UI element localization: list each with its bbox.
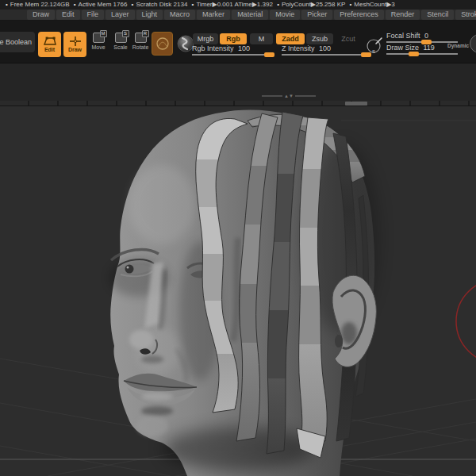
ear <box>332 275 376 367</box>
focal-shift-label: Focal Shift <box>386 32 420 40</box>
bullet: • <box>192 1 194 8</box>
stroke-icon: S <box>365 36 386 56</box>
right-shelf-partial-icon[interactable] <box>470 34 476 53</box>
rotate-icon: R <box>135 33 147 43</box>
scale-button[interactable]: S Scale <box>110 33 131 58</box>
menu-macro[interactable]: Macro <box>164 10 195 20</box>
menu-marker[interactable]: Marker <box>197 10 230 20</box>
document-viewport[interactable] <box>0 107 476 476</box>
menu-light[interactable]: Light <box>136 10 163 20</box>
live-boolean-label: Live Boolean <box>0 38 32 46</box>
status-timer: Timer▶0.001 ATime▶1.392 <box>196 1 273 8</box>
move-label: Move <box>91 44 105 50</box>
draw-label: Draw <box>68 47 82 52</box>
zsub-button[interactable]: Zsub <box>306 33 333 44</box>
top-shelf: Live Boolean Edit Draw M Move S Scale R <box>0 21 476 63</box>
move-button[interactable]: M Move <box>88 33 109 58</box>
z-intensity-label: Z Intensity <box>282 44 315 52</box>
z-intensity-track[interactable] <box>282 54 371 56</box>
sculpt-canvas[interactable] <box>0 107 476 476</box>
draw-size-value: 119 <box>424 44 435 52</box>
rotate-key-badge: R <box>142 30 149 37</box>
m-button[interactable]: M <box>250 33 273 44</box>
menu-render[interactable]: Render <box>386 10 420 20</box>
scale-key-badge: S <box>122 30 129 37</box>
timeline-strip[interactable] <box>0 101 476 106</box>
move-icon: M <box>93 33 105 43</box>
status-polycount: PolyCount▶25.258 KP <box>282 1 345 8</box>
draw-button[interactable]: Draw <box>63 32 86 57</box>
menu-movie[interactable]: Movie <box>270 10 300 20</box>
texture-circle-icon <box>155 36 170 51</box>
z-intensity-slider[interactable]: Z Intensity 100 <box>282 44 371 56</box>
menu-edit[interactable]: Edit <box>56 10 80 20</box>
menu-picker[interactable]: Picker <box>301 10 332 20</box>
draw-crosshair-icon <box>70 36 81 46</box>
rotate-label: Rotate <box>132 44 149 50</box>
menu-bar: Draw Edit File Layer Light Macro Marker … <box>0 10 476 21</box>
rgb-intensity-handle[interactable] <box>264 52 274 57</box>
bullet: • <box>74 1 76 8</box>
zcut-button[interactable]: Zcut <box>336 33 360 44</box>
front-ribbon-shadow <box>233 238 238 341</box>
status-active-mem: Active Mem 1766 <box>79 1 128 8</box>
menu-stencil[interactable]: Stencil <box>421 10 454 20</box>
bullet: • <box>277 1 279 8</box>
menu-draw[interactable]: Draw <box>27 10 55 20</box>
draw-size-handle[interactable] <box>409 52 419 56</box>
menu-layer[interactable]: Layer <box>106 10 135 20</box>
scale-icon: S <box>115 33 127 43</box>
stroke-picker-button[interactable]: S <box>365 36 386 56</box>
edit-label: Edit <box>44 47 55 52</box>
mrgb-button[interactable]: Mrgb <box>193 33 218 44</box>
menu-file[interactable]: File <box>82 10 105 20</box>
tray-collapse-control[interactable]: ▲▼ <box>262 94 316 98</box>
texture-swatch-button[interactable] <box>152 32 173 56</box>
status-free-mem: Free Mem 22.124GB <box>10 1 70 8</box>
menu-preferences[interactable]: Preferences <box>334 10 384 20</box>
draw-size-track[interactable] <box>386 53 458 55</box>
rgb-intensity-label: Rgb Intensity <box>192 44 234 52</box>
rgb-intensity-slider[interactable]: Rgb Intensity 100 <box>192 44 274 56</box>
draw-size-label: Draw Size <box>386 44 419 52</box>
scale-label: Scale <box>113 44 128 50</box>
zadd-button[interactable]: Zadd <box>276 33 305 44</box>
status-scratch-disk: Scratch Disk 2134 <box>136 1 187 8</box>
rgb-intensity-value: 100 <box>238 44 250 52</box>
menu-stroke[interactable]: Stroke <box>455 10 476 20</box>
z-intensity-value: 100 <box>319 44 331 52</box>
dynamic-mode-toggle[interactable]: Dynamic <box>447 43 469 48</box>
live-boolean-button[interactable]: Live Boolean <box>0 32 35 52</box>
move-key-badge: M <box>100 30 107 37</box>
status-bar: •Free Mem 22.124GB •Active Mem 1766 •Scr… <box>0 0 476 10</box>
svg-text:S: S <box>372 49 375 54</box>
bullet: • <box>6 1 8 8</box>
focal-shift-slider[interactable]: Focal Shift 0 <box>386 32 458 43</box>
brush-cursor-circle <box>456 279 476 363</box>
timeline-thumb[interactable] <box>345 102 367 106</box>
canvas-upper-area: ▲▼ <box>0 63 476 101</box>
collapse-bar-right <box>295 95 316 97</box>
focal-shift-value: 0 <box>424 32 428 40</box>
edit-gizmo-icon <box>44 36 56 46</box>
bullet: • <box>132 1 134 8</box>
status-meshcount: MeshCount▶3 <box>354 1 395 8</box>
bullet: • <box>349 1 351 8</box>
collapse-bar-left <box>262 95 282 97</box>
menu-material[interactable]: Material <box>232 10 268 20</box>
rgb-button[interactable]: Rgb <box>220 33 247 44</box>
edit-button[interactable]: Edit <box>38 32 61 57</box>
collapse-arrows-icon: ▲▼ <box>284 94 294 98</box>
rgb-intensity-track[interactable] <box>192 54 274 56</box>
rotate-button[interactable]: R Rotate <box>130 33 151 58</box>
